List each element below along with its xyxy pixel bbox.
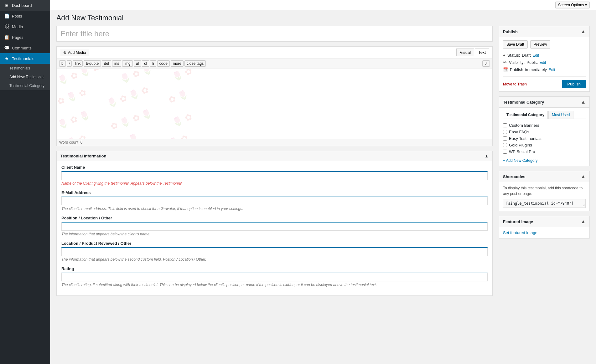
publish-time-icon: 📅 xyxy=(503,67,508,72)
location-input[interactable] xyxy=(61,247,488,256)
visibility-edit-link[interactable]: Edit xyxy=(540,60,546,65)
testimonial-info-section: Testimonial Information ▲ Client Name Na… xyxy=(56,151,493,296)
editor-content-area[interactable]: 🌷 ✿ 🌷 ✿🌷 ✿ 🌷🌷 ✿ ✿ 🌷 ✿🌷 ✿ 🌷 ✿✿ 🌷 🌷 ✿ 🌷✿ 🌷… xyxy=(57,69,492,139)
format-more[interactable]: more xyxy=(171,60,184,67)
publish-info: ● Status: Draft Edit 👁 Visibility: Publi… xyxy=(503,52,586,73)
visual-tab[interactable]: Visual xyxy=(456,49,474,56)
sidebar-sub-item-testimonials[interactable]: Testimonials xyxy=(0,64,50,73)
rating-hint: The client's rating, if submitted along … xyxy=(61,283,488,287)
right-sidebar: Publish ▲ Save Draft Preview ● Status: xyxy=(499,26,590,358)
client-name-field: Client Name Name of the Client giving th… xyxy=(61,165,488,186)
shortcodes-widget: Shortcodes ▲ To display this testimonial… xyxy=(499,171,590,211)
pages-icon: 📋 xyxy=(4,35,9,40)
category-item: Gold Plugins xyxy=(503,142,586,148)
format-link[interactable]: link xyxy=(73,60,83,67)
sidebar-item-media[interactable]: 🖼 Media xyxy=(0,21,50,32)
status-edit-link[interactable]: Edit xyxy=(533,53,539,58)
sidebar-item-pages[interactable]: 📋 Pages xyxy=(0,32,50,43)
shortcodes-collapse-icon: ▲ xyxy=(581,174,586,179)
location-field: Location / Product Reviewed / Other The … xyxy=(61,241,488,262)
category-gold-plugins-checkbox[interactable] xyxy=(503,143,507,147)
category-custom-banners-checkbox[interactable] xyxy=(503,123,507,127)
category-label: Easy Testimonials xyxy=(509,136,542,141)
position-input[interactable] xyxy=(61,222,488,231)
format-del[interactable]: del xyxy=(102,60,111,67)
publish-timing: immediately xyxy=(525,67,547,72)
sidebar-sub-item-add-new[interactable]: Add New Testimonial xyxy=(0,73,50,81)
category-label: WP Social Pro xyxy=(509,149,535,154)
publish-collapse-icon: ▲ xyxy=(581,29,586,34)
format-li[interactable]: li xyxy=(150,60,156,67)
visibility-label: Visibility: xyxy=(509,60,525,65)
category-item: Custom Banners xyxy=(503,122,586,129)
status-row: ● Status: Draft Edit xyxy=(503,52,586,59)
category-widget-header[interactable]: Testimonial Category ▲ xyxy=(499,97,589,108)
category-wp-social-pro-checkbox[interactable] xyxy=(503,150,507,154)
visual-text-tabs: Visual Text xyxy=(456,49,489,56)
email-input[interactable] xyxy=(61,197,488,205)
editor-textarea[interactable] xyxy=(60,72,489,135)
category-easy-testimonials-checkbox[interactable] xyxy=(503,136,507,141)
set-featured-image-link[interactable]: Set featured image xyxy=(503,230,537,235)
format-close-tags[interactable]: close tags xyxy=(184,60,206,67)
add-media-button[interactable]: ⊕ Add Media xyxy=(60,49,89,56)
sidebar: ⊞ Dashboard 📄 Posts 🖼 Media 📋 Pages 💬 Co… xyxy=(0,0,50,364)
shortcode-description: To display this testimonial, add this sh… xyxy=(503,185,586,197)
featured-image-header[interactable]: Featured Image ▲ xyxy=(499,216,589,227)
format-bold[interactable]: b xyxy=(59,60,66,67)
format-ins[interactable]: ins xyxy=(112,60,121,67)
position-label: Position / Location / Other xyxy=(61,216,488,220)
email-field: E-Mail Address The client's e-mail addre… xyxy=(61,190,488,211)
editor-footer: Word count: 0 xyxy=(57,139,492,146)
comments-icon: 💬 xyxy=(4,45,9,50)
visibility-row: 👁 Visibility: Public Edit xyxy=(503,59,586,66)
save-draft-button[interactable]: Save Draft xyxy=(503,40,528,49)
sidebar-item-comments[interactable]: 💬 Comments xyxy=(0,43,50,53)
format-bquote[interactable]: b-quote xyxy=(84,60,101,67)
sidebar-item-posts[interactable]: 📄 Posts xyxy=(0,11,50,21)
tab-all-categories[interactable]: Testimonial Category xyxy=(503,111,548,119)
shortcode-box[interactable]: [single_testimonial id="7940"] ⊿ xyxy=(503,199,586,208)
format-img[interactable]: img xyxy=(122,60,132,67)
location-hint: The information that appears below the s… xyxy=(61,257,488,262)
editor-toolbar-top: ⊕ Add Media Visual Text xyxy=(57,47,492,59)
move-trash-link[interactable]: Move to Trash xyxy=(503,82,527,86)
post-title-input[interactable] xyxy=(56,26,493,42)
publish-time-edit-link[interactable]: Edit xyxy=(549,68,555,72)
testimonial-info-header[interactable]: Testimonial Information ▲ xyxy=(57,151,492,161)
add-new-category-link[interactable]: + Add New Category xyxy=(503,158,537,163)
screen-options-button[interactable]: Screen Options ▾ xyxy=(555,2,590,8)
category-list: Custom Banners Easy FAQs Easy Testimonia… xyxy=(503,122,586,155)
tab-most-used[interactable]: Most Used xyxy=(548,111,573,119)
testimonial-info-body: Client Name Name of the Client giving th… xyxy=(57,161,492,295)
preview-button[interactable]: Preview xyxy=(530,40,551,49)
location-label: Location / Product Reviewed / Other xyxy=(61,241,488,246)
format-italic[interactable]: i xyxy=(67,60,72,67)
sidebar-sub-item-category[interactable]: Testimonial Category xyxy=(0,81,50,90)
format-code[interactable]: code xyxy=(157,60,170,67)
category-tabs: Testimonial Category Most Used xyxy=(503,111,586,119)
sidebar-item-dashboard[interactable]: ⊞ Dashboard xyxy=(0,0,50,11)
format-ul[interactable]: ul xyxy=(134,60,141,67)
category-easy-faqs-checkbox[interactable] xyxy=(503,130,507,134)
position-hint: The information that appears below the c… xyxy=(61,232,488,236)
category-label: Easy FAQs xyxy=(509,130,529,134)
client-name-input[interactable] xyxy=(61,171,488,180)
email-hint: The client's e-mail address. This field … xyxy=(61,207,488,211)
text-tab[interactable]: Text xyxy=(475,49,489,56)
shortcodes-widget-header[interactable]: Shortcodes ▲ xyxy=(499,171,589,182)
category-item: Easy FAQs xyxy=(503,129,586,135)
sidebar-item-testimonials[interactable]: ★ Testimonials xyxy=(0,53,50,64)
publish-widget-body: Save Draft Preview ● Status: Draft Edit xyxy=(499,37,589,91)
visibility-icon: 👁 xyxy=(503,60,507,65)
posts-icon: 📄 xyxy=(4,13,9,18)
format-ol[interactable]: ol xyxy=(142,60,149,67)
rating-input[interactable] xyxy=(61,273,488,281)
publish-widget-header[interactable]: Publish ▲ xyxy=(499,26,589,37)
category-item: Easy Testimonials xyxy=(503,135,586,142)
media-icon: 🖼 xyxy=(4,24,9,29)
top-bar: Screen Options ▾ xyxy=(50,0,596,10)
publish-button[interactable]: Publish xyxy=(562,80,586,88)
sidebar-item-label: Pages xyxy=(12,35,23,40)
expand-editor-button[interactable]: ⤢ xyxy=(482,60,490,67)
